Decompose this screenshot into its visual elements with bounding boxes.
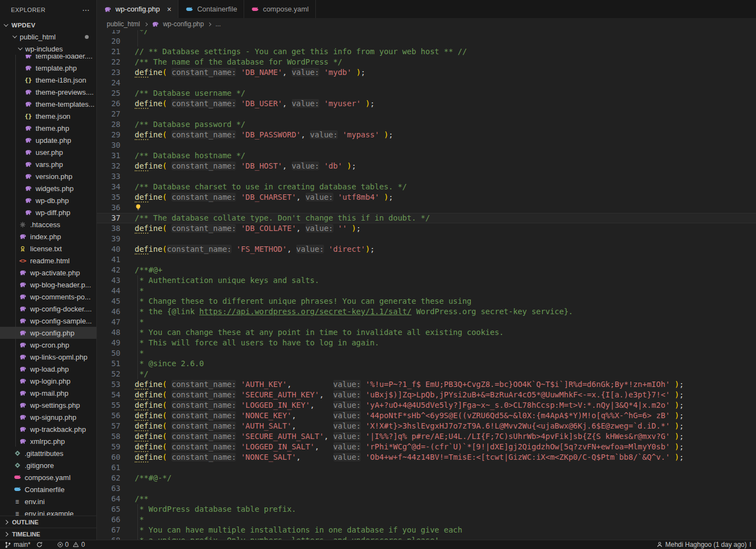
breadcrumb-item-folder[interactable]: public_html [107, 20, 140, 28]
code-line[interactable]: 66 * [97, 515, 756, 525]
code-line[interactable]: 56define( constant_name: 'NONCE_KEY', va… [97, 411, 756, 421]
tab-compose-yaml[interactable]: compose.yaml [244, 0, 316, 18]
tab-wp-config-php[interactable]: wp-config.php × [97, 0, 178, 18]
code-line[interactable]: 24 [97, 78, 756, 88]
code-line[interactable]: 26define( constant_name: 'DB_USER', valu… [97, 99, 756, 109]
line-number[interactable]: 46 [97, 307, 135, 317]
git-blame-item[interactable]: Mehdi Haghgoo (1 day ago) [656, 541, 747, 548]
code-line[interactable]: 51 * @since 2.6.0 [97, 359, 756, 369]
code-line[interactable]: 23define( constant_name: 'DB_NAME', valu… [97, 67, 756, 78]
line-number[interactable]: 64 [97, 494, 135, 504]
line-number[interactable]: 39 [97, 234, 135, 244]
code-line[interactable]: 61 [97, 463, 756, 473]
tree-item-theme-json[interactable]: {}theme.json [0, 110, 96, 122]
code-line[interactable]: 21// ** Database settings - You can get … [97, 47, 756, 57]
code-line[interactable]: 40define(constant_name: 'FS_METHOD', val… [97, 244, 756, 255]
code-line[interactable]: 39 [97, 234, 756, 244]
line-number[interactable]: 59 [97, 442, 135, 452]
tree-item--htaccess[interactable]: .htaccess [0, 218, 96, 230]
tree-item-wp-mail-php[interactable]: wp-mail.php [0, 387, 96, 399]
tree-item-user-php[interactable]: user.php [0, 146, 96, 158]
code-line[interactable]: 19 */ [97, 30, 756, 36]
line-number[interactable]: 56 [97, 411, 135, 421]
code-line[interactable]: 64/** [97, 494, 756, 504]
line-number[interactable]: 65 [97, 504, 135, 515]
tree-item-compose-yaml[interactable]: compose.yaml [0, 471, 96, 483]
close-icon[interactable]: × [167, 5, 171, 14]
tree-item-version-php[interactable]: version.php [0, 170, 96, 182]
tree-item-wp-links-opml-php[interactable]: wp-links-opml.php [0, 351, 96, 363]
tree-item-containerfile[interactable]: Containerfile [0, 483, 96, 495]
git-branch-item[interactable]: main* [4, 541, 31, 548]
tab-containerfile[interactable]: Containerfile [178, 0, 244, 18]
code-line[interactable]: 36 [97, 203, 756, 213]
code-line[interactable]: 52 */ [97, 369, 756, 379]
tree-item--gitattributes[interactable]: .gitattributes [0, 447, 96, 459]
code-line[interactable]: 43 * Authentication unique keys and salt… [97, 275, 756, 286]
tree-item-wp-blog-header-p-[interactable]: wp-blog-header.p... [0, 279, 96, 291]
problems-item[interactable]: 0 0 [57, 541, 85, 548]
tree-item-wp-diff-php[interactable]: wp-diff.php [0, 206, 96, 218]
code-line[interactable]: 63 [97, 483, 756, 494]
code-line[interactable]: 42/**#@+ [97, 265, 756, 275]
line-number[interactable]: 19 [97, 30, 135, 36]
code-line[interactable]: 59define( constant_name: 'LOGGED_IN_SALT… [97, 442, 756, 452]
code-line[interactable]: 45 * Change these to different unique ph… [97, 296, 756, 307]
line-number[interactable]: 50 [97, 348, 135, 359]
code-line[interactable]: 58define( constant_name: 'SECURE_AUTH_SA… [97, 431, 756, 442]
code-line[interactable]: 55define( constant_name: 'LOGGED_IN_KEY'… [97, 400, 756, 411]
line-number[interactable]: 53 [97, 379, 135, 390]
tree-item-wp-comments-po-[interactable]: wp-comments-po... [0, 291, 96, 303]
line-number[interactable]: 61 [97, 463, 135, 473]
line-number[interactable]: 25 [97, 88, 135, 99]
code-line[interactable]: 31/** Database hostname */ [97, 151, 756, 161]
code-line[interactable]: 53define( constant_name: 'AUTH_KEY', val… [97, 379, 756, 390]
code-line[interactable]: 20 [97, 36, 756, 47]
code-line[interactable]: 57define( constant_name: 'AUTH_SALT', va… [97, 421, 756, 431]
line-number[interactable]: 26 [97, 99, 135, 109]
more-actions-icon[interactable]: ⋯ [82, 5, 90, 14]
line-number[interactable]: 42 [97, 265, 135, 275]
code-line[interactable]: 44 * [97, 286, 756, 296]
tree-item-update-php[interactable]: update.php [0, 134, 96, 146]
line-number[interactable]: 52 [97, 369, 135, 379]
code-line[interactable]: 29define( constant_name: 'DB_PASSWORD', … [97, 130, 756, 140]
tree-item-xmlrpc-php[interactable]: xmlrpc.php [0, 435, 96, 447]
code-line[interactable]: 37/** The database collate type. Don't c… [97, 213, 756, 223]
line-number[interactable]: 57 [97, 421, 135, 431]
tree-item-wp-signup-php[interactable]: wp-signup.php [0, 411, 96, 423]
code-line[interactable]: 65 * WordPress database table prefix. [97, 504, 756, 515]
line-number[interactable]: 58 [97, 431, 135, 442]
tree-item-theme-templates-[interactable]: theme-templates... [0, 98, 96, 110]
line-number[interactable]: 63 [97, 483, 135, 494]
tree-item-theme-i18n-json[interactable]: {}theme-i18n.json [0, 74, 96, 86]
code-line[interactable]: 50 * [97, 348, 756, 359]
line-number[interactable]: 47 [97, 317, 135, 327]
breadcrumb-item-symbol[interactable]: ... [215, 20, 221, 28]
tree-item-wp-load-php[interactable]: wp-load.php [0, 363, 96, 375]
tree-item-readme-html[interactable]: <>readme.html [0, 255, 96, 267]
line-number[interactable]: 41 [97, 255, 135, 265]
tree-item-index-php[interactable]: index.php [0, 230, 96, 242]
outline-section[interactable]: OUTLINE [0, 516, 96, 528]
tree-item-theme-php[interactable]: theme.php [0, 122, 96, 134]
code-line[interactable]: 38define( constant_name: 'DB_COLLATE', v… [97, 223, 756, 234]
clipped-status-item[interactable]: I [749, 541, 753, 548]
tree-item-wp-config-docker-[interactable]: wp-config-docker.... [0, 303, 96, 315]
code-editor[interactable]: 19 */2021// ** Database settings - You c… [97, 30, 756, 540]
code-line[interactable]: 41 [97, 255, 756, 265]
line-number[interactable]: 43 [97, 275, 135, 286]
tree-item-template-loader-[interactable]: template-loader.... [0, 55, 96, 62]
tree-item-wp-includes[interactable]: wp-includes [0, 43, 96, 55]
line-number[interactable]: 55 [97, 400, 135, 411]
tree-item-vars-php[interactable]: vars.php [0, 158, 96, 170]
line-number[interactable]: 62 [97, 473, 135, 483]
line-number[interactable]: 23 [97, 67, 135, 78]
line-number[interactable]: 31 [97, 151, 135, 161]
tree-item--gitignore[interactable]: .gitignore [0, 459, 96, 471]
line-number[interactable]: 24 [97, 78, 135, 88]
tree-item-wp-cron-php[interactable]: wp-cron.php [0, 339, 96, 351]
code-line[interactable]: 48 * You can change these at any point i… [97, 327, 756, 338]
line-number[interactable]: 54 [97, 390, 135, 400]
tree-item-license-txt[interactable]: license.txt [0, 242, 96, 255]
